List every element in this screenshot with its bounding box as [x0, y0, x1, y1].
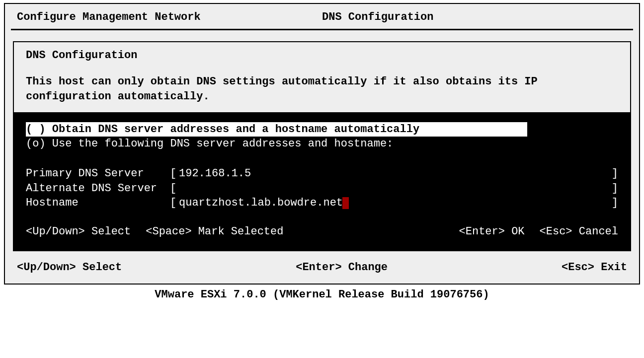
footer-enter[interactable]: <Enter> Change: [296, 260, 388, 275]
radio-manual-label: Use the following DNS server addresses a…: [52, 138, 394, 150]
ok-button[interactable]: <Enter> OK: [459, 224, 525, 239]
radio-auto[interactable]: ( ) Obtain DNS server addresses and a ho…: [14, 122, 630, 137]
radio-auto-mark: ( ): [26, 123, 46, 136]
alternate-dns-label: Alternate DNS Server: [26, 181, 170, 196]
footer-esc[interactable]: <Esc> Exit: [562, 260, 627, 275]
help-updown: <Up/Down> Select: [26, 224, 131, 239]
alternate-dns-row[interactable]: Alternate DNS Server [ ]: [14, 181, 630, 196]
dialog-title: DNS Configuration: [26, 48, 618, 63]
radio-auto-label: Obtain DNS server addresses and a hostna…: [52, 123, 419, 136]
text-cursor-icon: [342, 197, 349, 209]
hostname-label: Hostname: [26, 196, 170, 211]
bracket-close-icon: ]: [609, 181, 618, 196]
header: Configure Management Network DNS Configu…: [5, 4, 639, 29]
header-divider: [11, 29, 633, 30]
footer-updown: <Up/Down> Select: [17, 260, 122, 275]
blank-line: [14, 151, 630, 166]
help-space: <Space> Mark Selected: [146, 224, 283, 239]
primary-dns-row[interactable]: Primary DNS Server [ 192.168.1.5 ]: [14, 166, 630, 181]
dcui-screen: Configure Management Network DNS Configu…: [4, 3, 640, 285]
version-string: VMware ESXi 7.0.0 (VMKernel Release Buil…: [0, 285, 644, 305]
bracket-close-icon: ]: [609, 196, 618, 211]
footer-help-bar: <Up/Down> Select <Enter> Change <Esc> Ex…: [5, 256, 639, 275]
primary-dns-input[interactable]: 192.168.1.5: [179, 166, 609, 181]
hostname-input[interactable]: quartzhost.lab.bowdre.net: [179, 196, 609, 211]
breadcrumb: Configure Management Network: [17, 10, 322, 25]
bracket-open-icon: [: [170, 166, 179, 181]
dialog-header: DNS Configuration This host can only obt…: [14, 42, 630, 112]
primary-dns-label: Primary DNS Server: [26, 166, 170, 181]
cancel-button[interactable]: <Esc> Cancel: [540, 224, 618, 239]
dialog-description: This host can only obtain DNS settings a…: [26, 74, 618, 104]
hostname-row[interactable]: Hostname [ quartzhost.lab.bowdre.net ]: [14, 196, 630, 211]
radio-manual[interactable]: (o) Use the following DNS server address…: [14, 137, 630, 151]
alternate-dns-input[interactable]: [179, 181, 609, 196]
bracket-close-icon: ]: [609, 166, 618, 181]
radio-manual-mark: (o): [26, 138, 46, 150]
bracket-open-icon: [: [170, 196, 179, 211]
dialog-help-bar: <Up/Down> Select <Space> Mark Selected <…: [14, 211, 630, 239]
page-title: DNS Configuration: [322, 10, 627, 25]
dialog-body: ( ) Obtain DNS server addresses and a ho…: [14, 112, 630, 250]
bracket-open-icon: [: [170, 181, 179, 196]
dns-config-dialog: DNS Configuration This host can only obt…: [13, 41, 631, 251]
